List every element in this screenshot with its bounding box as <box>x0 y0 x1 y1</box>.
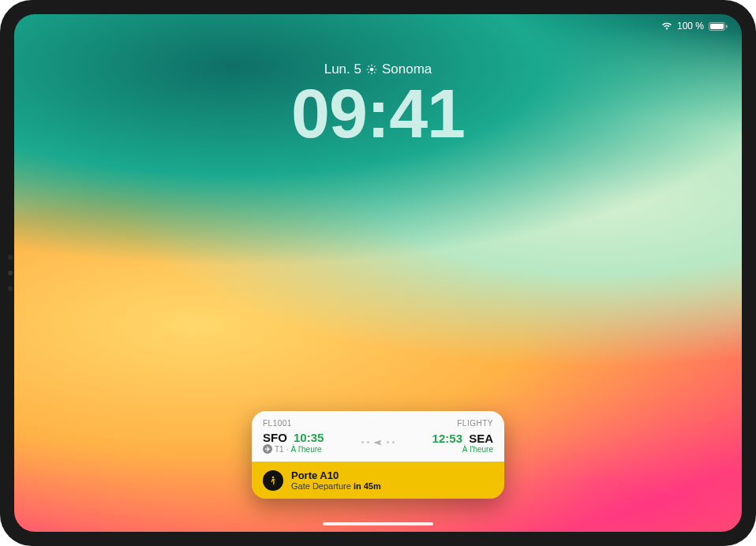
flight-card-bottom: Porte A10 Gate Departure in 45m <box>252 462 504 499</box>
arrival-time: 12:53 <box>432 432 462 445</box>
flight-card-top: FL1001 FLIGHTY SFO 10:35 ✈ T1 · À l'he <box>252 411 504 462</box>
flight-number: FL1001 <box>263 419 292 428</box>
svg-line-8 <box>369 66 369 67</box>
flight-path <box>327 437 429 448</box>
widget-app-name: FLIGHTY <box>457 419 493 428</box>
wifi-icon <box>661 22 672 30</box>
terminal-icon: ✈ <box>263 444 272 454</box>
svg-line-11 <box>374 66 375 67</box>
home-indicator[interactable] <box>323 522 433 525</box>
walk-icon <box>263 470 283 491</box>
plane-icon <box>372 437 384 448</box>
svg-point-3 <box>370 68 374 72</box>
clock-time: 09:41 <box>14 79 742 148</box>
flight-row: SFO 10:35 ✈ T1 · À l'heure <box>263 431 493 454</box>
arrival-status: À l'heure <box>462 445 493 454</box>
departure-column: SFO 10:35 ✈ T1 · À l'heure <box>263 431 327 454</box>
departure-status: À l'heure <box>290 445 321 454</box>
gate-sub-time: in 45m <box>354 481 381 491</box>
gate-title: Porte A10 <box>291 469 381 481</box>
lock-screen[interactable]: 100 % Lun. 5 Sonoma 09:41 FL1001 FLIGHTY <box>14 14 742 532</box>
departure-terminal: T1 <box>275 445 284 454</box>
departure-code: SFO <box>263 431 287 444</box>
flight-live-activity[interactable]: FL1001 FLIGHTY SFO 10:35 ✈ T1 · À l'he <box>252 411 504 499</box>
arrival-code: SEA <box>469 432 493 445</box>
arrival-column: 12:53 SEA À l'heure <box>429 432 493 454</box>
battery-icon <box>709 22 728 31</box>
flight-card-header: FL1001 FLIGHTY <box>263 419 493 428</box>
svg-rect-1 <box>710 24 724 29</box>
ipad-frame: 100 % Lun. 5 Sonoma 09:41 FL1001 FLIGHTY <box>0 0 756 546</box>
lock-header: Lun. 5 Sonoma 09:41 <box>14 62 742 148</box>
gate-text: Porte A10 Gate Departure in 45m <box>291 469 381 491</box>
battery-percent: 100 % <box>677 21 704 32</box>
status-bar: 100 % <box>661 21 728 32</box>
svg-line-9 <box>374 72 375 73</box>
gate-sub-prefix: Gate Departure <box>291 481 351 491</box>
svg-point-12 <box>272 476 275 478</box>
svg-line-10 <box>369 72 369 73</box>
svg-rect-2 <box>726 24 728 28</box>
departure-time: 10:35 <box>294 431 324 444</box>
front-camera <box>8 271 13 275</box>
sun-icon <box>366 64 377 75</box>
